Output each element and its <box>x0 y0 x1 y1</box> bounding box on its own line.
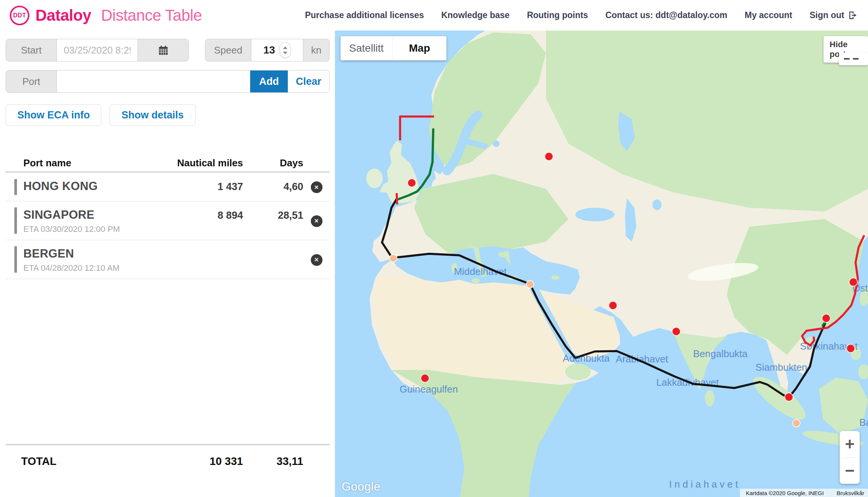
total-label: TOTAL <box>6 455 153 468</box>
speed-value[interactable]: 13 <box>263 44 275 56</box>
table-row[interactable]: SINGAPOREETA 03/30/2020 12:00 PM8 89428,… <box>6 201 330 240</box>
zoom-in-button[interactable]: + <box>840 431 860 457</box>
speed-label: Speed <box>205 39 251 61</box>
add-port-button[interactable]: Add <box>250 71 288 92</box>
terms-link[interactable]: Bruksvilkår <box>837 490 864 496</box>
map-cyprus <box>551 275 559 280</box>
map-green-china-sea <box>727 219 864 355</box>
nav-item-1[interactable]: Knowledge base <box>441 10 509 20</box>
map-sicily <box>472 278 480 284</box>
map-toggle[interactable]: Map <box>393 36 446 60</box>
ddt-logo-icon: DDT <box>10 6 29 25</box>
sea-label: Middelhavet <box>454 266 507 277</box>
nav-item-0[interactable]: Purchase additional licenses <box>305 10 424 20</box>
sea-label: Ban <box>859 417 868 428</box>
partial-map-control[interactable] <box>839 52 868 65</box>
drag-handle[interactable] <box>14 246 17 273</box>
col-days: Days <box>243 157 303 169</box>
total-days: 33,11 <box>243 455 303 468</box>
sign-out-label: Sign out <box>810 10 844 20</box>
show-eca-info-button[interactable]: Show ECA info <box>6 104 101 126</box>
port-marker-orange[interactable] <box>390 255 397 262</box>
map-sri-lanka <box>705 390 715 406</box>
map-aral-sea <box>653 199 662 210</box>
port-search-input[interactable] <box>57 71 250 92</box>
col-nautical-miles: Nautical miles <box>153 157 243 169</box>
sea-label: Siambukten <box>755 362 807 373</box>
port-marker-red[interactable] <box>421 374 429 382</box>
remove-port-button[interactable]: ✕ <box>311 215 322 227</box>
nav-sign-out[interactable]: Sign out <box>810 10 858 20</box>
port-marker-orange[interactable] <box>793 419 800 427</box>
map[interactable]: MiddelhavetAdenbuktaArabiahavetBengalbuk… <box>335 31 868 497</box>
port-name: SINGAPORE <box>23 208 153 222</box>
start-group: Start <box>6 39 189 61</box>
stepper-up-icon[interactable] <box>283 46 287 49</box>
brand-name: Dataloy <box>35 6 91 25</box>
nav-item-3[interactable]: Contact us: ddt@dataloy.com <box>605 10 727 20</box>
port-days: 28,51 <box>243 210 303 221</box>
zoom-out-button[interactable]: − <box>840 458 860 484</box>
drag-handle[interactable] <box>14 179 17 195</box>
port-marker-red[interactable] <box>609 301 617 310</box>
show-details-button[interactable]: Show details <box>110 104 195 126</box>
stepper-down-icon[interactable] <box>283 52 287 54</box>
port-marker-red[interactable] <box>545 152 553 161</box>
speed-group: Speed 13 kn <box>205 39 330 61</box>
port-marker-red[interactable] <box>847 344 855 353</box>
map-black-sea <box>575 208 614 221</box>
google-logo[interactable]: Google <box>342 480 381 494</box>
col-port-name: Port name <box>6 157 153 169</box>
port-days: 4,60 <box>243 181 303 193</box>
eca-red-channel <box>397 193 397 204</box>
start-label: Start <box>6 39 57 61</box>
port-marker-orange[interactable] <box>526 281 534 288</box>
port-miles: 8 894 <box>153 210 243 221</box>
port-miles: 1 437 <box>153 181 243 193</box>
table-row[interactable]: HONG KONG1 4374,60✕ <box>6 173 330 201</box>
port-name: BERGEN <box>23 247 153 261</box>
port-marker-red[interactable] <box>672 327 680 336</box>
table-header: Port name Nautical miles Days <box>6 155 330 171</box>
speed-stepper[interactable] <box>280 42 291 58</box>
total-miles: 10 331 <box>153 455 243 468</box>
port-marker-red[interactable] <box>785 393 793 401</box>
nav-item-4[interactable]: My account <box>744 10 792 20</box>
remove-port-button[interactable]: ✕ <box>311 181 322 193</box>
port-list: HONG KONG1 4374,60✕SINGAPOREETA 03/30/20… <box>6 171 330 279</box>
sea-label: Indiahavet <box>669 479 741 490</box>
route-panel: Start Speed 13 <box>0 31 335 497</box>
attribution-text: Kartdata ©2020 Google, INEGI <box>746 490 824 496</box>
port-label: Port <box>6 71 57 92</box>
map-attribution: Kartdata ©2020 Google, INEGI Bruksvilkår <box>740 489 868 497</box>
eca-red-north <box>400 117 434 140</box>
remove-port-button[interactable]: ✕ <box>311 254 322 266</box>
port-marker-red[interactable] <box>822 314 830 322</box>
port-marker-red[interactable] <box>408 179 416 187</box>
brand-suffix: Distance Table <box>101 6 202 25</box>
drag-handle[interactable] <box>14 207 17 234</box>
port-eta: ETA 03/30/2020 12:00 PM <box>23 224 153 234</box>
calendar-icon <box>157 44 169 56</box>
port-eta: ETA 04/28/2020 12:10 AM <box>23 263 153 273</box>
sea-label: Guineagulfen <box>400 383 458 395</box>
start-datetime-input[interactable] <box>57 39 138 61</box>
sign-out-icon <box>848 10 858 20</box>
clear-ports-button[interactable]: Clear <box>288 71 329 92</box>
speed-unit: kn <box>303 39 329 61</box>
table-row[interactable]: BERGENETA 04/28/2020 12:10 AM✕ <box>6 240 330 279</box>
top-nav: Purchase additional licensesKnowledge ba… <box>305 10 858 20</box>
port-name: HONG KONG <box>23 179 153 193</box>
map-ireland <box>366 169 383 188</box>
brand-logo[interactable]: DDT Dataloy Distance Table <box>10 6 202 25</box>
zoom-control: + − <box>840 431 860 484</box>
total-row: TOTAL 10 331 33,11 <box>6 444 330 468</box>
port-marker-red[interactable] <box>849 278 857 286</box>
map-canvas: MiddelhavetAdenbuktaArabiahavetBengalbuk… <box>335 31 868 497</box>
nav-item-2[interactable]: Routing points <box>527 10 588 20</box>
port-group: Port Add Clear <box>6 70 330 93</box>
calendar-button[interactable] <box>138 39 188 61</box>
map-type-control: Satellitt Map <box>341 36 446 60</box>
app-header: DDT Dataloy Distance Table Purchase addi… <box>0 0 868 31</box>
satellite-toggle[interactable]: Satellitt <box>341 36 393 60</box>
